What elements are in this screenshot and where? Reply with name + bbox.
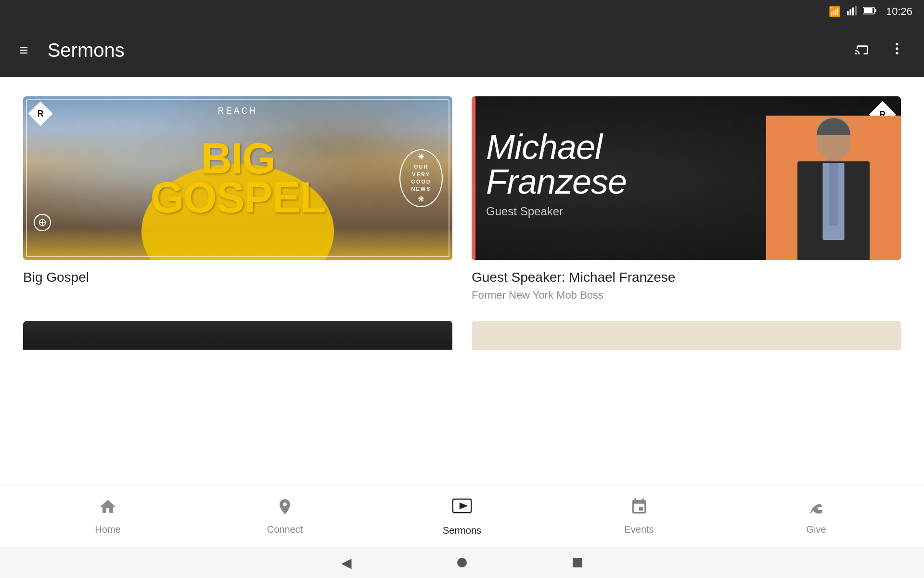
status-bar: 📶 10:26 — [0, 0, 924, 23]
system-nav: ◀ — [0, 547, 924, 578]
speaker-name: Michael Franzese Guest Speaker — [486, 130, 627, 218]
connect-label: Connect — [267, 524, 303, 535]
oval-badge: ✳ OUR VERY GOOD NEWS ✳ — [399, 149, 443, 207]
card-title: Guest Speaker: Michael Franzese — [472, 270, 901, 285]
give-label: Give — [806, 524, 826, 535]
franzese-card[interactable]: Michael Franzese Guest Speaker R — [472, 96, 901, 302]
cards-grid: R ⊕ REACH BIGGOSPEL ✳ OUR VERY GOOD NEWS… — [23, 96, 901, 350]
bottom-nav: Home Connect Sermons Events — [0, 485, 924, 547]
svg-point-9 — [896, 52, 898, 54]
battery-icon — [863, 6, 876, 17]
svg-rect-5 — [875, 9, 876, 12]
connect-icon — [276, 498, 294, 520]
card-title: Big Gospel — [23, 270, 452, 285]
sermons-icon — [452, 497, 472, 521]
partial-card-right[interactable] — [472, 321, 901, 350]
nav-connect[interactable]: Connect — [246, 492, 323, 541]
svg-rect-0 — [847, 11, 849, 15]
more-button[interactable] — [886, 37, 909, 64]
nav-events[interactable]: Events — [601, 492, 678, 541]
main-content: R ⊕ REACH BIGGOSPEL ✳ OUR VERY GOOD NEWS… — [0, 77, 924, 485]
svg-rect-1 — [849, 9, 851, 15]
clock: 10:26 — [886, 5, 912, 18]
nav-give[interactable]: Give — [778, 492, 855, 541]
events-icon — [630, 498, 648, 520]
signal-icon — [847, 5, 857, 18]
svg-point-8 — [896, 47, 898, 50]
recents-square — [573, 558, 582, 567]
cast-button[interactable] — [851, 37, 874, 64]
app-bar-actions — [851, 37, 909, 64]
card-subtitle: Former New York Mob Boss — [472, 289, 901, 302]
speaker-role: Guest Speaker — [486, 205, 627, 218]
recents-button[interactable] — [568, 553, 587, 572]
big-gospel-card[interactable]: R ⊕ REACH BIGGOSPEL ✳ OUR VERY GOOD NEWS… — [23, 96, 452, 302]
page-title: Sermons — [48, 39, 835, 61]
events-label: Events — [624, 524, 654, 535]
svg-rect-3 — [855, 6, 857, 15]
svg-rect-2 — [852, 8, 854, 16]
svg-point-7 — [896, 43, 898, 45]
home-icon — [99, 498, 117, 520]
back-button[interactable]: ◀ — [337, 553, 356, 572]
menu-button[interactable]: ≡ — [15, 39, 32, 62]
wifi-icon: 📶 — [829, 6, 841, 17]
nav-home[interactable]: Home — [69, 492, 146, 541]
home-label: Home — [95, 524, 120, 535]
big-gospel-thumbnail: R ⊕ REACH BIGGOSPEL ✳ OUR VERY GOOD NEWS… — [23, 96, 452, 260]
last-name: Franzese — [486, 164, 627, 199]
svg-rect-6 — [864, 8, 873, 13]
app-bar: ≡ Sermons — [0, 23, 924, 77]
franzese-thumbnail: Michael Franzese Guest Speaker R — [472, 96, 901, 260]
speaker-photo — [766, 116, 901, 260]
accent-bar — [472, 96, 475, 260]
give-icon — [807, 498, 825, 520]
svg-marker-11 — [460, 502, 468, 509]
series-label: REACH — [218, 106, 257, 116]
nav-sermons[interactable]: Sermons — [424, 491, 500, 542]
first-name: Michael — [486, 130, 627, 164]
series-title: BIGGOSPEL — [150, 139, 325, 217]
partial-card-left[interactable] — [23, 321, 452, 350]
sermons-label: Sermons — [443, 525, 481, 536]
globe-icon: ⊕ — [34, 214, 51, 231]
home-button[interactable] — [452, 553, 472, 572]
home-circle — [457, 558, 467, 567]
